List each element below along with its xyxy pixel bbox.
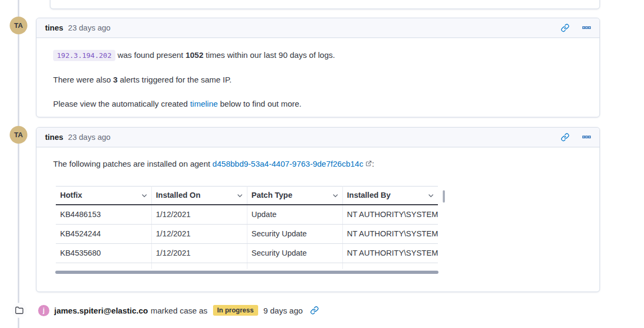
cell-hotfix: KB4562562	[56, 263, 151, 270]
cell-installed-by: NT AUTHORITY\SYSTEM	[342, 263, 438, 270]
cell-installed-on: 1/12/2021	[151, 263, 247, 270]
comment-body: The following patches are installed on a…	[36, 147, 599, 274]
case-status-activity: j james.spiteri@elastic.co marked case a…	[12, 303, 319, 318]
external-link-icon	[365, 158, 372, 169]
paragraph-alerts: There were also 3 alerts triggered for t…	[53, 74, 583, 85]
activity-timestamp: 9 days ago	[264, 306, 303, 315]
column-header-installed-on[interactable]: Installed On	[151, 187, 247, 205]
table-row: KB4486153 1/12/2021 Update NT AUTHORITY\…	[56, 205, 438, 225]
cell-installed-on: 1/12/2021	[151, 225, 247, 244]
text: There were also	[53, 75, 113, 84]
timeline-link[interactable]: timeline	[190, 99, 218, 108]
previous-comment-card-remnant	[50, 0, 600, 9]
text: alerts triggered for the same IP.	[118, 75, 231, 84]
paragraph-agent: The following patches are installed on a…	[53, 158, 583, 169]
avatar-tines: TA	[10, 17, 27, 34]
folder-icon	[12, 303, 27, 318]
cell-patch-type: Security Update	[247, 225, 342, 244]
cell-hotfix: KB4486153	[56, 205, 151, 225]
paragraph-timeline: Please view the automatically created ti…	[53, 98, 583, 109]
copy-link-icon[interactable]	[310, 306, 319, 315]
cell-installed-by: NT AUTHORITY\SYSTEM	[342, 225, 438, 244]
comment-author: tines	[45, 24, 63, 32]
comment-timestamp: 23 days ago	[68, 24, 111, 32]
agent-id-link[interactable]: d458bbd9-53a4-4407-9763-9de7f26cb14c	[213, 159, 363, 168]
chevron-down-icon	[333, 194, 338, 197]
more-actions-icon[interactable]	[582, 136, 591, 139]
patches-table-viewport: Hotfix Installed On Patch Type Installed…	[56, 186, 438, 269]
text: :	[372, 159, 374, 168]
bold-count: 3	[113, 75, 118, 84]
text: was found present	[115, 50, 186, 59]
horizontal-scrollbar[interactable]	[55, 271, 438, 274]
text: Please view the automatically created	[53, 99, 190, 108]
cell-installed-by: NT AUTHORITY\SYSTEM	[342, 205, 438, 225]
copy-link-icon[interactable]	[561, 24, 569, 32]
patches-table: Hotfix Installed On Patch Type Installed…	[56, 186, 438, 269]
copy-link-icon[interactable]	[561, 133, 569, 141]
table-row: KB4562562 1/12/2021 Security Update NT A…	[56, 263, 438, 270]
cell-installed-on: 1/12/2021	[151, 244, 247, 263]
chevron-down-icon	[142, 194, 147, 197]
avatar-user: j	[38, 305, 49, 316]
avatar-tines: TA	[10, 126, 27, 144]
comment-card-patches: tines 23 days ago The following patches …	[36, 127, 600, 292]
cell-hotfix: KB4524244	[56, 225, 151, 244]
comment-header: tines 23 days ago	[36, 18, 599, 38]
column-label: Patch Type	[252, 190, 292, 201]
status-badge: In progress	[213, 305, 258, 316]
column-label: Installed On	[156, 190, 201, 201]
column-header-hotfix[interactable]: Hotfix	[56, 187, 151, 205]
cell-hotfix: KB4535680	[56, 244, 151, 263]
ip-address-chip: 192.3.194.202	[53, 50, 115, 61]
table-row: KB4535680 1/12/2021 Security Update NT A…	[56, 244, 438, 263]
comment-card-ip-summary: tines 23 days ago 192.3.194.202 was foun…	[36, 18, 600, 117]
case-timeline-line	[18, 0, 19, 328]
text: The following patches are installed on a…	[53, 159, 213, 168]
table-header-row: Hotfix Installed On Patch Type Installed…	[56, 187, 438, 205]
table-row: KB4524244 1/12/2021 Security Update NT A…	[56, 225, 438, 244]
paragraph-ip-count: 192.3.194.202 was found present 1052 tim…	[53, 49, 583, 61]
text: below to find out more.	[218, 99, 302, 108]
bold-count: 1052	[186, 50, 203, 59]
column-header-patch-type[interactable]: Patch Type	[247, 187, 342, 205]
text: times within our last 90 days of logs.	[203, 50, 335, 59]
chevron-down-icon	[237, 194, 243, 197]
vertical-scrollbar[interactable]	[443, 190, 445, 203]
cell-patch-type: Security Update	[247, 244, 342, 263]
column-label: Installed By	[347, 190, 391, 201]
more-actions-icon[interactable]	[582, 26, 591, 29]
cell-patch-type: Update	[247, 205, 342, 225]
activity-action-text: marked case as	[151, 306, 208, 315]
comment-body: 192.3.194.202 was found present 1052 tim…	[36, 38, 599, 121]
column-label: Hotfix	[60, 190, 82, 201]
activity-user-email: james.spiteri@elastic.co	[54, 306, 148, 315]
cell-patch-type: Security Update	[247, 263, 342, 270]
chevron-down-icon	[428, 194, 434, 197]
cell-installed-on: 1/12/2021	[151, 205, 247, 225]
comment-author: tines	[45, 133, 63, 141]
comment-timestamp: 23 days ago	[68, 133, 111, 141]
cell-installed-by: NT AUTHORITY\SYSTEM	[342, 244, 438, 263]
column-header-installed-by[interactable]: Installed By	[342, 187, 438, 205]
comment-header: tines 23 days ago	[36, 128, 599, 147]
